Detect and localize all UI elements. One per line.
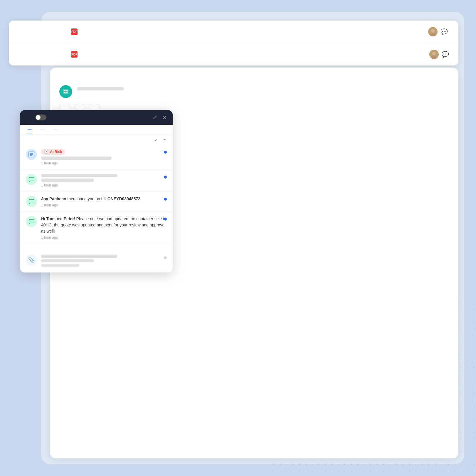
notification-item-mention[interactable]: Joy Pacheco mentioned you on bill ONEYD0… [20, 192, 173, 212]
doc-avatar-arrival [428, 27, 438, 36]
partner-avatar [59, 85, 72, 98]
doc-chat-arrival[interactable]: 💬 [440, 28, 449, 35]
older-bar-2 [41, 259, 94, 262]
at-risk-badge: 🕐 At Risk [41, 149, 65, 155]
older-bar-1 [41, 255, 117, 258]
pdf-icon-arrival: PDF [71, 28, 78, 35]
svg-rect-10 [66, 92, 68, 93]
communications-panel: ⤢ ✕ ✓ ≡ [20, 110, 173, 273]
partner-info [77, 87, 449, 97]
svg-rect-7 [64, 90, 65, 91]
checkmark-icon: ✓ [154, 138, 157, 142]
tag-shipper[interactable] [59, 104, 70, 109]
clock-icon: 🕐 [44, 150, 48, 154]
svg-rect-8 [66, 90, 68, 91]
documents-card: PDF 💬 PDF [9, 21, 458, 65]
pdf-icon-booking: PDF [71, 51, 78, 58]
notif-avatar-4 [26, 216, 37, 227]
partners-tag-row [59, 104, 449, 109]
notif-body-older [41, 255, 167, 268]
clear-icon: ≡ [163, 138, 166, 142]
tab-notifications[interactable] [39, 125, 45, 134]
notif-time-3: 1 hour ago [41, 203, 167, 207]
document-row-arrival[interactable]: PDF 💬 [9, 21, 458, 43]
active-containers-stat [86, 92, 91, 97]
partner-main-row [59, 85, 449, 98]
tab-messages-badge [53, 129, 58, 129]
attachment-icon: 📎 [26, 255, 37, 266]
unread-dot-2 [164, 176, 167, 179]
notif-body-4: Hi Tom and Peter! Please note we had upd… [41, 216, 167, 240]
notif-body-3: Joy Pacheco mentioned you on bill ONEYD0… [41, 196, 167, 207]
active-shipments-stat [77, 92, 82, 97]
notification-item-at-risk[interactable]: 🕐 At Risk 1 hour ago [20, 145, 173, 170]
svg-rect-9 [64, 92, 65, 93]
older-section-header [20, 244, 173, 250]
tag-manufacturer[interactable] [74, 104, 85, 109]
notif-time-4: 1 hour ago [41, 236, 167, 240]
svg-point-1 [431, 29, 435, 33]
comm-header: ⤢ ✕ [20, 110, 173, 125]
svg-point-4 [432, 52, 436, 55]
notif-time-1: 1 hour ago [41, 161, 167, 165]
tab-messages[interactable] [52, 125, 58, 134]
clear-all-button[interactable]: ≡ [163, 138, 167, 142]
today-section-header: ✓ ≡ [20, 134, 173, 145]
notif-avatar-2 [26, 174, 37, 185]
unread-dot-3 [164, 198, 167, 201]
chat-icon-green: 💬 [440, 28, 448, 35]
partner-name-bar [77, 87, 124, 90]
doc-avatar-booking [429, 50, 439, 59]
older-bar-3 [41, 264, 79, 267]
tab-notifications-badge [41, 129, 45, 129]
notif-text-message: Hi Tom and Peter! Please note we had upd… [41, 216, 167, 234]
notif-body-2: 1 hour ago [41, 174, 167, 187]
mark-all-read-button[interactable]: ✓ [154, 138, 159, 142]
tag-shippabo-client[interactable] [89, 104, 100, 109]
unread-dot-4 [164, 218, 167, 221]
comm-unread-toggle[interactable] [35, 115, 46, 120]
close-icon[interactable]: ✕ [162, 114, 167, 121]
notification-item-message[interactable]: Hi Tom and Peter! Please note we had upd… [20, 212, 173, 244]
notification-item-2[interactable]: 1 hour ago [20, 170, 173, 192]
notif-time-2: 1 hour ago [41, 183, 167, 187]
expand-icon[interactable]: ⤢ [153, 114, 157, 121]
unread-dot-older [164, 256, 167, 259]
doc-file-booking: PDF [71, 51, 389, 58]
notif-body-1: 🕐 At Risk 1 hour ago [41, 149, 167, 165]
comm-actions: ✓ ≡ [154, 138, 167, 142]
partner-stats [77, 92, 449, 97]
notif-bar-2b [41, 179, 94, 182]
document-row-booking[interactable]: PDF 💬 [9, 43, 458, 65]
unread-dot-1 [164, 151, 167, 154]
notif-avatar-3 [26, 196, 37, 207]
notif-text-bar-1 [41, 157, 112, 160]
notif-text-mention: Joy Pacheco mentioned you on bill ONEYD0… [41, 196, 167, 202]
comm-tabs [20, 125, 173, 134]
svg-rect-6 [63, 89, 68, 94]
notif-bar-2a [41, 174, 117, 177]
tab-all-badge [28, 129, 32, 129]
doc-chat-booking[interactable]: 💬 [442, 51, 449, 58]
notification-item-older[interactable]: 📎 [20, 250, 173, 273]
tab-all[interactable] [26, 125, 32, 134]
doc-file-arrival: PDF [71, 28, 388, 35]
notif-avatar-1 [26, 149, 37, 160]
chat-icon-gray: 💬 [442, 51, 449, 58]
